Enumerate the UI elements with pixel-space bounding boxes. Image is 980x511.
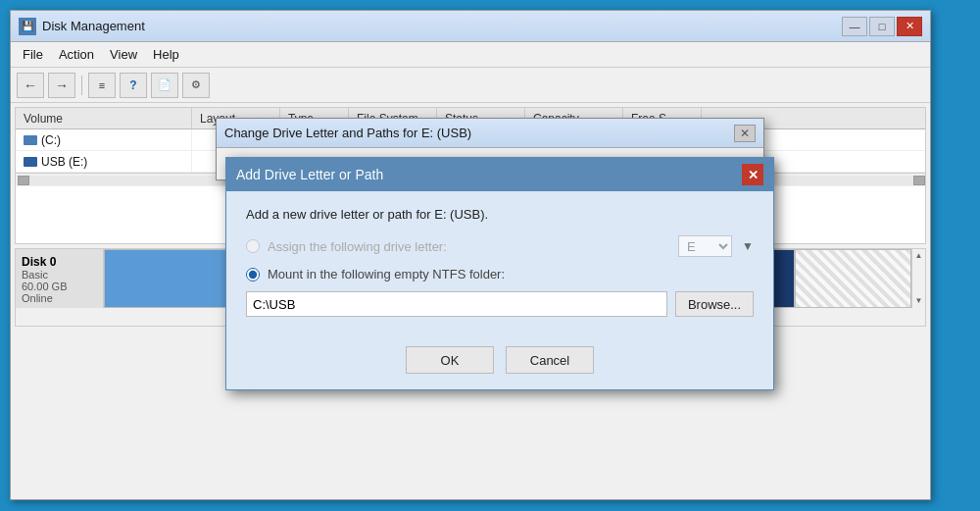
dialog-add-description: Add a new drive letter or path for E: (U… — [246, 207, 754, 222]
menu-action[interactable]: Action — [51, 45, 102, 64]
dialog-footer: OK Cancel — [226, 332, 773, 389]
maximize-button[interactable]: □ — [869, 17, 895, 36]
disk-size: 60.00 GB — [22, 281, 97, 292]
disk-label: Disk 0 Basic 60.00 GB Online — [16, 249, 104, 308]
toolbar-settings-button[interactable]: ⚙ — [182, 73, 210, 98]
radio-row-mount: Mount in the following empty NTFS folder… — [246, 267, 754, 281]
menu-bar: File Action View Help — [11, 42, 930, 68]
cell-volume-usb: USB (E:) — [16, 151, 192, 172]
toolbar-list-button[interactable]: ≡ — [88, 73, 116, 98]
radio-mount[interactable] — [246, 268, 260, 281]
drive-icon-c — [24, 135, 37, 145]
dialog-change-title-text: Change Drive Letter and Paths for E: (US… — [224, 126, 471, 140]
disk-status: Online — [22, 292, 97, 304]
cancel-button[interactable]: Cancel — [506, 346, 594, 374]
title-bar-controls: — □ ✕ — [842, 17, 922, 36]
app-icon: 💾 — [19, 18, 36, 35]
window-title: Disk Management — [42, 19, 145, 33]
dialog-add-title-bar: Add Drive Letter or Path ✕ — [226, 158, 773, 191]
dialog-add-drive-letter: Add Drive Letter or Path ✕ Add a new dri… — [225, 157, 774, 390]
menu-help[interactable]: Help — [145, 45, 187, 64]
title-bar-left: 💾 Disk Management — [19, 18, 145, 35]
forward-button[interactable]: → — [48, 73, 75, 98]
disk-type: Basic — [22, 269, 97, 281]
minimize-button[interactable]: — — [842, 17, 867, 36]
letter-select[interactable]: E — [678, 235, 732, 257]
dialog-change-title-bar: Change Drive Letter and Paths for E: (US… — [217, 119, 763, 148]
radio-assign[interactable] — [246, 239, 260, 253]
path-row: Browse... — [246, 291, 754, 317]
radio-assign-label: Assign the following drive letter: — [268, 239, 447, 254]
disk-name: Disk 0 — [22, 255, 97, 269]
dialog-add-title-text: Add Drive Letter or Path — [236, 167, 383, 182]
radio-row-assign: Assign the following drive letter: E ▼ — [246, 235, 754, 257]
dialog-add-body: Add a new drive letter or path for E: (U… — [226, 191, 773, 332]
toolbar: ← → ≡ ? 📄 ⚙ — [11, 68, 930, 103]
title-bar: 💾 Disk Management — □ ✕ — [11, 11, 930, 42]
main-close-button[interactable]: ✕ — [897, 17, 922, 36]
toolbar-details-button[interactable]: 📄 — [151, 73, 178, 98]
dialog-change-close-button[interactable]: ✕ — [734, 125, 756, 142]
dialog-add-close-button[interactable]: ✕ — [742, 164, 763, 185]
vertical-scrollbar[interactable]: ▲ ▼ — [911, 249, 925, 308]
dropdown-arrow-icon: ▼ — [742, 239, 754, 253]
drive-icon-usb — [24, 157, 37, 167]
ok-button[interactable]: OK — [406, 346, 494, 374]
path-input[interactable] — [246, 291, 667, 317]
toolbar-separator-1 — [81, 76, 82, 95]
browse-button[interactable]: Browse... — [675, 291, 754, 317]
col-header-volume: Volume — [16, 108, 192, 128]
radio-mount-label: Mount in the following empty NTFS folder… — [268, 267, 505, 281]
cell-volume-c: (C:) — [16, 129, 192, 150]
back-button[interactable]: ← — [17, 73, 44, 98]
menu-view[interactable]: View — [102, 45, 145, 64]
disk-bar-unallocated — [795, 249, 911, 308]
toolbar-help-button[interactable]: ? — [120, 73, 147, 98]
menu-file[interactable]: File — [15, 45, 51, 64]
